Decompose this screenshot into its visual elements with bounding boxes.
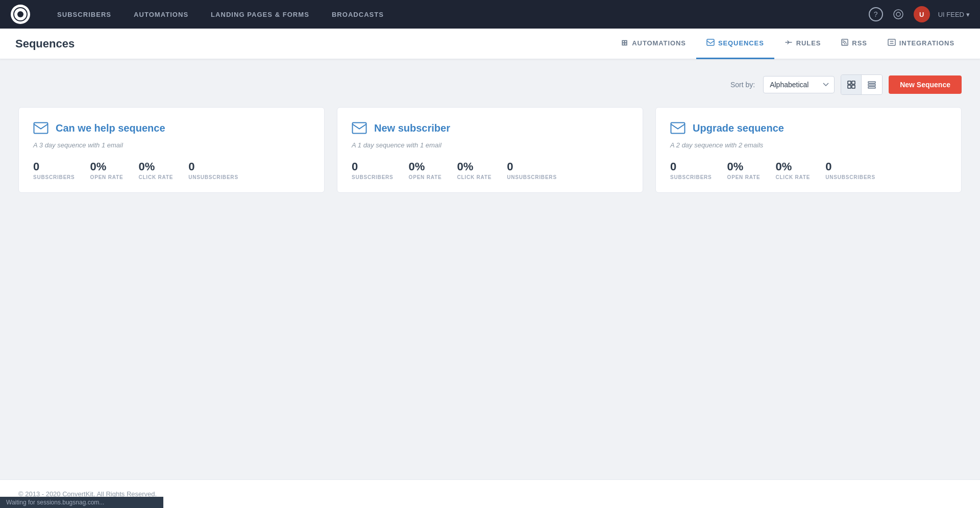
logo-icon[interactable] — [11, 5, 30, 24]
card-stats: 0 SUBSCRIBERS 0% OPEN RATE 0% CLICK RATE… — [33, 160, 310, 180]
card-subtitle: A 1 day sequence with 1 email — [352, 141, 628, 149]
top-nav: SUBSCRIBERS AUTOMATIONS LANDING PAGES & … — [0, 0, 980, 29]
stat-value: 0% — [457, 160, 492, 173]
stat-value: 0 — [33, 160, 75, 173]
top-nav-right: ? U UI FEED ▾ — [869, 6, 970, 22]
stat-unsubscribers: 0 UNSUBSCRIBERS — [825, 160, 875, 180]
stat-open-rate: 0% OPEN RATE — [90, 160, 124, 180]
nav-rules[interactable]: RULES — [774, 29, 831, 59]
svg-rect-13 — [868, 87, 875, 88]
stat-unsubscribers: 0 UNSUBSCRIBERS — [188, 160, 238, 180]
secondary-nav-links: ⊞ AUTOMATIONS SEQUENCES RULES — [611, 29, 965, 59]
rules-label: RULES — [796, 39, 821, 47]
help-button[interactable]: ? — [869, 7, 883, 21]
stat-value: 0% — [138, 160, 173, 173]
nav-link-automations[interactable]: AUTOMATIONS — [122, 0, 200, 29]
mail-icon — [352, 122, 367, 134]
svg-rect-8 — [852, 81, 855, 84]
stat-open-rate: 0% OPEN RATE — [409, 160, 442, 180]
chevron-down-icon: ▾ — [966, 11, 970, 18]
stat-open-rate: 0% OPEN RATE — [727, 160, 761, 180]
card-stats: 0 SUBSCRIBERS 0% OPEN RATE 0% CLICK RATE… — [352, 160, 628, 180]
rules-icon — [785, 39, 793, 47]
mail-icon — [33, 122, 48, 134]
stat-label: CLICK RATE — [138, 174, 173, 180]
grid-view-button[interactable] — [841, 75, 862, 94]
notification-button[interactable] — [891, 7, 905, 21]
svg-rect-15 — [353, 123, 366, 134]
nav-automations[interactable]: ⊞ AUTOMATIONS — [611, 29, 696, 59]
svg-rect-6 — [888, 39, 895, 45]
toolbar: Sort by: Alphabetical Date Created Date … — [18, 74, 962, 95]
stat-label: UNSUBSCRIBERS — [825, 174, 875, 180]
sequence-card-new-subscriber[interactable]: New subscriber A 1 day sequence with 1 e… — [337, 107, 643, 193]
nav-link-landing-pages[interactable]: LANDING PAGES & FORMS — [200, 0, 321, 29]
automations-label: AUTOMATIONS — [632, 39, 686, 47]
rss-icon — [841, 39, 848, 47]
stat-unsubscribers: 0 UNSUBSCRIBERS — [507, 160, 557, 180]
user-name: UI FEED — [938, 11, 964, 18]
new-sequence-button[interactable]: New Sequence — [889, 75, 962, 94]
nav-sequences[interactable]: SEQUENCES — [696, 29, 774, 59]
main-content: Sort by: Alphabetical Date Created Date … — [0, 59, 980, 479]
nav-link-broadcasts[interactable]: BROADCASTS — [321, 0, 395, 29]
stat-label: OPEN RATE — [90, 174, 124, 180]
card-header: Upgrade sequence — [670, 122, 947, 134]
svg-rect-12 — [868, 84, 875, 86]
stat-value: 0% — [727, 160, 761, 173]
stat-subscribers: 0 SUBSCRIBERS — [33, 160, 75, 180]
svg-point-3 — [896, 12, 900, 16]
svg-rect-10 — [852, 85, 855, 88]
stat-label: CLICK RATE — [775, 174, 810, 180]
card-stats: 0 SUBSCRIBERS 0% OPEN RATE 0% CLICK RATE… — [670, 160, 947, 180]
rss-label: RSS — [852, 39, 867, 47]
integrations-label: INTEGRATIONS — [899, 39, 954, 47]
sequence-card-can-we-help[interactable]: Can we help sequence A 3 day sequence wi… — [18, 107, 325, 193]
card-subtitle: A 3 day sequence with 1 email — [33, 141, 310, 149]
svg-rect-4 — [707, 39, 714, 45]
secondary-nav: Sequences ⊞ AUTOMATIONS SEQUENCES RULES — [0, 29, 980, 59]
list-view-button[interactable] — [862, 75, 882, 94]
stat-label: OPEN RATE — [727, 174, 761, 180]
stat-value: 0 — [507, 160, 557, 173]
status-bar: Waiting for sessions.bugsnag.com... — [0, 497, 163, 508]
card-header: Can we help sequence — [33, 122, 310, 134]
sequence-card-upgrade[interactable]: Upgrade sequence A 2 day sequence with 2… — [655, 107, 962, 193]
sequences-grid: Can we help sequence A 3 day sequence wi… — [18, 107, 962, 193]
stat-value: 0 — [188, 160, 238, 173]
page-title: Sequences — [15, 37, 611, 50]
status-text: Waiting for sessions.bugsnag.com... — [6, 499, 104, 506]
svg-point-2 — [894, 10, 903, 19]
card-subtitle: A 2 day sequence with 2 emails — [670, 141, 947, 149]
stat-value: 0 — [670, 160, 712, 173]
stat-value: 0 — [352, 160, 394, 173]
stat-subscribers: 0 SUBSCRIBERS — [670, 160, 712, 180]
stat-value: 0% — [90, 160, 124, 173]
sort-select[interactable]: Alphabetical Date Created Date Updated — [763, 76, 835, 93]
nav-rss[interactable]: RSS — [831, 29, 877, 59]
card-title: New subscriber — [374, 122, 450, 134]
automations-icon: ⊞ — [621, 38, 628, 47]
mail-icon — [670, 122, 685, 134]
card-title: Upgrade sequence — [693, 122, 784, 134]
stat-value: 0 — [825, 160, 875, 173]
stat-label: SUBSCRIBERS — [670, 174, 712, 180]
nav-integrations[interactable]: INTEGRATIONS — [877, 29, 965, 59]
stat-label: OPEN RATE — [409, 174, 442, 180]
svg-rect-16 — [671, 123, 685, 134]
user-menu[interactable]: UI FEED ▾ — [938, 11, 970, 18]
card-title: Can we help sequence — [56, 122, 165, 134]
stat-subscribers: 0 SUBSCRIBERS — [352, 160, 394, 180]
avatar[interactable]: U — [914, 6, 930, 22]
svg-rect-9 — [848, 85, 851, 88]
stat-label: SUBSCRIBERS — [33, 174, 75, 180]
sequences-icon — [706, 39, 715, 47]
nav-link-subscribers[interactable]: SUBSCRIBERS — [46, 0, 122, 29]
stat-label: SUBSCRIBERS — [352, 174, 394, 180]
sequences-label: SEQUENCES — [718, 39, 764, 47]
svg-rect-11 — [868, 82, 875, 83]
svg-rect-14 — [34, 123, 48, 134]
logo[interactable] — [10, 4, 31, 24]
top-nav-links: SUBSCRIBERS AUTOMATIONS LANDING PAGES & … — [46, 0, 869, 29]
stat-click-rate: 0% CLICK RATE — [138, 160, 173, 180]
